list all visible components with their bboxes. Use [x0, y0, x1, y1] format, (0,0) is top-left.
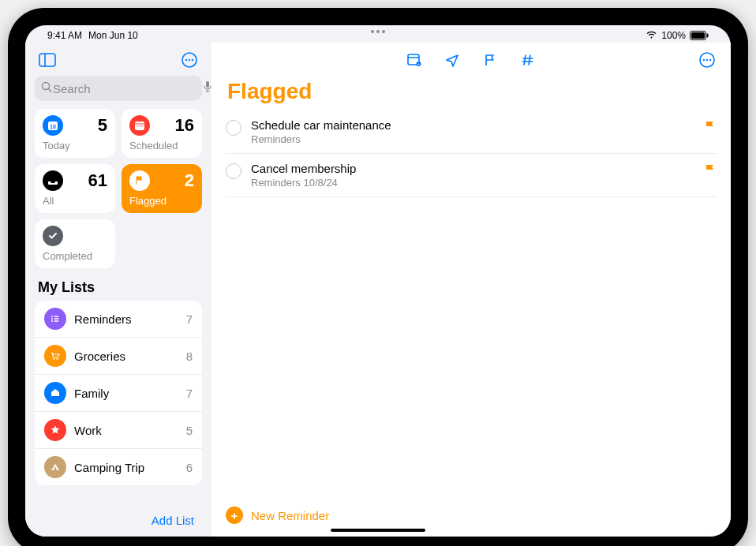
- svg-rect-3: [39, 54, 55, 66]
- list-camping[interactable]: Camping Trip 6: [35, 449, 202, 485]
- wifi-icon: [646, 30, 657, 41]
- tent-icon: [44, 456, 66, 478]
- star-icon: [44, 419, 66, 441]
- page-title: Flagged: [226, 73, 717, 110]
- list-bullet-icon: [44, 308, 66, 330]
- flag-outline-icon[interactable]: [481, 50, 500, 69]
- smart-scheduled[interactable]: 16 Scheduled: [122, 109, 202, 158]
- today-label: Today: [43, 140, 107, 151]
- list-count: 5: [186, 424, 193, 437]
- location-icon[interactable]: [443, 50, 462, 69]
- search-icon: [41, 81, 53, 96]
- smart-completed[interactable]: Completed: [35, 219, 115, 268]
- multitask-dots[interactable]: [371, 30, 385, 33]
- svg-point-18: [141, 125, 143, 127]
- svg-rect-24: [54, 320, 59, 321]
- scheduled-label: Scheduled: [129, 140, 194, 151]
- main-panel: + Flagged Schedule car maintenance Remin…: [211, 43, 731, 537]
- svg-point-26: [57, 358, 58, 360]
- flag-fill-icon: [704, 120, 717, 136]
- all-count: 61: [88, 170, 107, 191]
- svg-point-17: [139, 125, 140, 127]
- plus-circle-icon: +: [226, 507, 243, 524]
- list-family[interactable]: Family 7: [35, 375, 202, 412]
- new-reminder-label: New Reminder: [251, 509, 329, 522]
- svg-line-10: [49, 88, 52, 92]
- list-reminders[interactable]: Reminders 7: [35, 301, 202, 338]
- list-work[interactable]: Work 5: [35, 412, 202, 449]
- complete-circle[interactable]: [226, 120, 241, 136]
- calendar-today-icon: 10: [43, 115, 63, 136]
- svg-rect-11: [206, 81, 209, 88]
- flag-icon: [129, 170, 150, 191]
- cart-icon: [44, 345, 66, 367]
- svg-rect-1: [691, 32, 705, 39]
- reminder-row[interactable]: Schedule car maintenance Reminders: [226, 110, 717, 154]
- lists-container: Reminders 7 Groceries 8 Family 7: [32, 301, 205, 485]
- status-date: Mon Jun 10: [88, 30, 138, 41]
- flag-fill-icon: [704, 163, 717, 179]
- hashtag-icon[interactable]: [518, 50, 537, 69]
- calendar-icon: [129, 115, 150, 136]
- svg-point-34: [709, 59, 711, 61]
- my-lists-title: My Lists: [32, 268, 205, 301]
- completed-label: Completed: [43, 250, 107, 262]
- svg-point-32: [703, 59, 705, 61]
- svg-point-19: [51, 316, 53, 317]
- sidebar-toggle-icon[interactable]: [36, 49, 58, 71]
- complete-circle[interactable]: [226, 163, 241, 179]
- reminder-subtitle: Reminders: [251, 133, 694, 145]
- svg-rect-20: [54, 316, 59, 316]
- svg-point-7: [189, 59, 190, 61]
- svg-point-8: [192, 59, 193, 61]
- checkmark-icon: [43, 226, 63, 246]
- battery-pct: 100%: [661, 30, 686, 41]
- main-more-icon[interactable]: [698, 50, 717, 69]
- search-field[interactable]: [35, 76, 202, 101]
- house-icon: [44, 382, 66, 404]
- list-name: Reminders: [74, 312, 178, 326]
- svg-text:10: 10: [50, 124, 56, 129]
- home-indicator[interactable]: [331, 529, 425, 532]
- status-time: 9:41 AM: [47, 30, 82, 41]
- smart-all[interactable]: 61 All: [35, 164, 115, 213]
- list-count: 8: [186, 350, 193, 363]
- reminder-row[interactable]: Cancel membership Reminders 10/8/24: [226, 154, 717, 197]
- flagged-label: Flagged: [129, 195, 194, 207]
- status-bar: 9:41 AM Mon Jun 10 100%: [25, 25, 731, 43]
- svg-rect-22: [54, 318, 59, 319]
- smart-today[interactable]: 10 5 Today: [35, 109, 115, 158]
- list-count: 6: [186, 461, 193, 474]
- list-name: Groceries: [74, 350, 178, 363]
- svg-point-33: [706, 59, 708, 61]
- smart-flagged[interactable]: 2 Flagged: [122, 164, 202, 213]
- list-groceries[interactable]: Groceries 8: [35, 338, 202, 375]
- list-count: 7: [186, 312, 193, 326]
- reminders-list: Schedule car maintenance Reminders Cance…: [226, 110, 717, 197]
- sidebar: 10 5 Today 16 Scheduled: [25, 43, 211, 537]
- list-name: Camping Trip: [74, 461, 178, 474]
- list-name: Work: [74, 424, 178, 437]
- calendar-badge-icon[interactable]: +: [405, 50, 424, 69]
- reminder-title: Schedule car maintenance: [251, 118, 694, 132]
- svg-rect-2: [707, 34, 709, 38]
- tray-icon: [43, 170, 63, 191]
- today-count: 5: [98, 115, 107, 136]
- scheduled-count: 16: [175, 115, 194, 136]
- reminder-title: Cancel membership: [251, 162, 694, 175]
- svg-point-6: [185, 59, 187, 61]
- svg-point-16: [137, 125, 138, 127]
- all-label: All: [43, 195, 107, 207]
- svg-point-21: [51, 318, 53, 320]
- flagged-count: 2: [185, 170, 194, 191]
- new-reminder-button[interactable]: + New Reminder: [226, 497, 717, 533]
- svg-point-25: [54, 358, 55, 360]
- sidebar-more-icon[interactable]: [178, 49, 200, 71]
- list-name: Family: [74, 387, 178, 400]
- battery-icon: [690, 31, 709, 40]
- svg-point-23: [51, 320, 53, 322]
- add-list-button[interactable]: Add List: [32, 504, 205, 537]
- search-input[interactable]: [53, 82, 203, 95]
- reminder-subtitle: Reminders 10/8/24: [251, 177, 694, 189]
- list-count: 7: [186, 387, 193, 400]
